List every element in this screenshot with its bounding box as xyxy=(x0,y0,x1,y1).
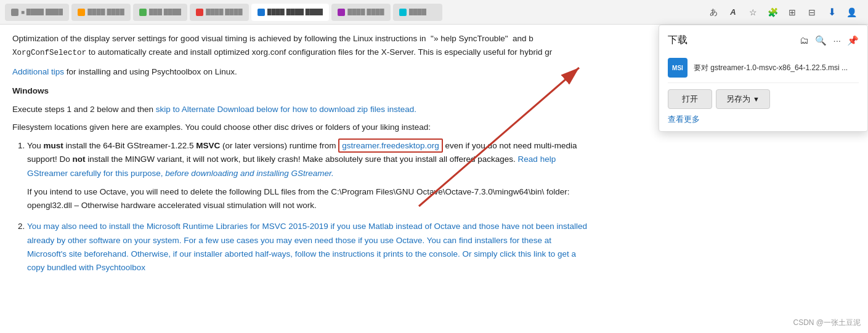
optimization-para: Optimization of the display server setti… xyxy=(12,32,591,59)
tab-favicon-6 xyxy=(338,9,345,16)
skip-link[interactable]: skip to Alternate Download below for how… xyxy=(156,105,416,114)
tab-favicon-3 xyxy=(139,9,147,16)
split-view-icon[interactable]: ⊞ xyxy=(785,6,799,19)
tab-label-2: ████ ████ xyxy=(87,9,124,15)
open-button[interactable]: 打开 xyxy=(668,89,712,109)
see-more-link[interactable]: 查看更多 xyxy=(668,114,700,125)
gstreamer-link[interactable]: gstreamer.freedesktop.org xyxy=(342,141,439,150)
content-area: Optimization of the display server setti… xyxy=(0,25,604,333)
download-panel: 下载 🗂 🔍 ··· 📌 MSI 要对 gstreamer-1.0-msvc-x… xyxy=(659,25,868,132)
download-panel-icons: 🗂 🔍 ··· 📌 xyxy=(800,35,859,46)
text-size-icon[interactable]: A xyxy=(726,6,740,19)
main-layout: Optimization of the display server setti… xyxy=(0,25,868,333)
star-icon[interactable]: ☆ xyxy=(746,6,760,19)
tab-label-6: ████ ████ xyxy=(347,9,384,15)
li1-mid1: install the 64-Bit GStreamer-1.22.5 xyxy=(63,141,196,150)
profile-icon[interactable]: 👤 xyxy=(845,6,858,19)
font-icon[interactable]: あ xyxy=(707,6,720,19)
filesystem-para: Filesystem locations given here are exam… xyxy=(12,121,591,134)
tab-favicon-7 xyxy=(399,9,407,16)
extension-icon[interactable]: 🧩 xyxy=(766,6,779,19)
list-item-1: You must install the 64-Bit GStreamer-1.… xyxy=(27,139,591,212)
tab-label-5: ████ ████ ████ xyxy=(267,9,323,15)
li1-mid4: install the MINGW variant, it will not w… xyxy=(86,154,518,164)
code-xorg: XorgConfSelector xyxy=(12,49,86,57)
li1-msvc: MSVC xyxy=(196,141,220,150)
download-panel-title: 下载 xyxy=(668,34,688,47)
tab-favicon-1 xyxy=(11,9,18,16)
browser-top-bar: ■ ████ ████ ████ ████ ███ ████ ████ ████… xyxy=(0,0,868,25)
tab-3[interactable]: ███ ████ xyxy=(133,4,187,21)
download-folder-icon[interactable]: 🗂 xyxy=(800,35,809,46)
download-panel-header: 下载 🗂 🔍 ··· 📌 xyxy=(668,34,859,47)
tab-1[interactable]: ■ ████ ████ xyxy=(5,4,69,21)
tab-area: ■ ████ ████ ████ ████ ███ ████ ████ ████… xyxy=(5,4,703,21)
additional-tips-link[interactable]: Additional tips xyxy=(12,67,64,76)
additional-tips-para: Additional tips for installing and using… xyxy=(12,65,591,79)
tab-7[interactable]: ████ xyxy=(393,4,442,21)
saveas-button[interactable]: 另存为 ▼ xyxy=(716,89,770,109)
csdn-watermark: CSDN @一张土豆泥 xyxy=(793,318,861,328)
download-pin-icon[interactable]: 📌 xyxy=(847,35,859,46)
tab-favicon-4 xyxy=(196,9,203,16)
saveas-chevron-icon: ▼ xyxy=(753,95,760,103)
collections-icon[interactable]: ⊟ xyxy=(805,6,819,19)
download-file-icon: MSI xyxy=(668,58,688,78)
browser-icons-right: あ A ☆ 🧩 ⊞ ⊟ ⬇ 👤 xyxy=(707,6,863,19)
gstreamer-link-box: gstreamer.freedesktop.org xyxy=(338,138,443,153)
li1-not: not xyxy=(73,154,86,164)
additional-tips-rest: for installing and using Psychtoolbox on… xyxy=(67,67,237,76)
download-item-filename: 要对 gstreamer-1.0-msvc-x86_64-1.22.5.msi … xyxy=(694,63,859,73)
download-actions: 打开 另存为 ▼ xyxy=(668,89,859,109)
msvc-runtime-link[interactable]: You may also need to install the Microso… xyxy=(27,222,587,272)
steps-list: You must install the 64-Bit GStreamer-1.… xyxy=(12,139,591,275)
tab-4[interactable]: ████ ████ xyxy=(190,4,248,21)
li1-pre: You xyxy=(27,141,44,150)
execute-para-pre: Execute steps 1 and 2 below and then xyxy=(12,105,156,114)
list-item-2: You may also need to install the Microso… xyxy=(27,220,591,275)
tab-5[interactable]: ████ ████ ████ xyxy=(251,4,330,21)
tab-label-4: ████ ████ xyxy=(206,9,242,15)
download-item: MSI 要对 gstreamer-1.0-msvc-x86_64-1.22.5.… xyxy=(668,53,859,83)
windows-heading: Windows xyxy=(12,84,591,98)
download-more-icon[interactable]: ··· xyxy=(833,35,841,46)
tab-label-1: ■ ████ ████ xyxy=(21,9,63,15)
tab-6[interactable]: ████ ████ xyxy=(331,4,390,21)
tab-2[interactable]: ████ ████ xyxy=(71,4,130,21)
li1-octave-para: If you intend to use Octave, you will ne… xyxy=(27,185,591,213)
saveas-label: 另存为 xyxy=(726,94,750,105)
tab-label-7: ████ xyxy=(409,9,426,15)
tab-favicon-2 xyxy=(78,9,85,16)
li1-mid2: (or later versions) runtime from xyxy=(220,141,338,150)
download-search-icon[interactable]: 🔍 xyxy=(815,35,827,46)
execute-para: Execute steps 1 and 2 below and then ski… xyxy=(12,103,591,116)
li1-must: must xyxy=(44,141,63,150)
tab-favicon-5 xyxy=(258,9,265,16)
tab-label-3: ███ ████ xyxy=(149,9,181,15)
download-icon[interactable]: ⬇ xyxy=(825,6,838,19)
li1-italic: before downloading and installing GStrea… xyxy=(163,169,334,178)
